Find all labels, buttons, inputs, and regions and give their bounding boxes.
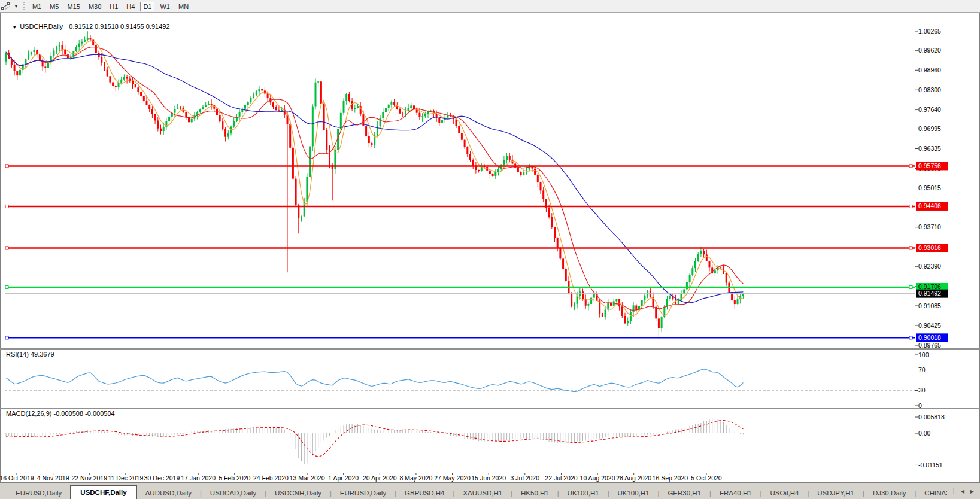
- chart-tab-usoil-h4[interactable]: USOil,H4: [761, 487, 807, 499]
- svg-text:0.95756: 0.95756: [918, 162, 941, 169]
- svg-text:3 Jul 2020: 3 Jul 2020: [511, 474, 540, 482]
- timeframe-button-h4[interactable]: H4: [123, 2, 138, 11]
- svg-text:0.99620: 0.99620: [918, 47, 941, 54]
- chart-tab-uk100-h1[interactable]: UK100,H1: [559, 487, 608, 499]
- timeframe-button-m1[interactable]: M1: [29, 2, 44, 11]
- chart-tab-xauusd-h1[interactable]: XAUUSD,H1: [454, 487, 511, 499]
- chart-canvas[interactable]: RSI(14) 49.3679MACD(12,26,9) -0.000508 -…: [0, 0, 980, 499]
- chart-tab-china300-h1[interactable]: CHINA300,H1: [916, 487, 946, 499]
- svg-text:70: 70: [918, 366, 926, 373]
- svg-text:27 May 2020: 27 May 2020: [434, 474, 471, 482]
- svg-text:0.96335: 0.96335: [918, 145, 941, 152]
- chart-tab-hk50-h1[interactable]: HK50,H1: [512, 487, 557, 499]
- svg-text:4 Nov 2019: 4 Nov 2019: [37, 474, 69, 482]
- toolbar-separator: [23, 2, 25, 10]
- svg-text:0.94406: 0.94406: [918, 202, 941, 209]
- timeframe-toolbar: ▼ M1M5M15M30H1H4D1W1MN: [0, 0, 980, 13]
- svg-text:20 Apr 2020: 20 Apr 2020: [363, 474, 397, 482]
- current-price-badge: 0.91492: [916, 290, 948, 298]
- svg-text:0.96995: 0.96995: [918, 125, 941, 132]
- timeframe-button-m5[interactable]: M5: [47, 2, 62, 11]
- svg-text:0.91085: 0.91085: [918, 302, 941, 309]
- svg-text:0.97640: 0.97640: [918, 106, 941, 113]
- svg-text:-0.01151: -0.01151: [918, 461, 943, 468]
- tab-separator: |: [953, 486, 955, 497]
- svg-text:0.91492: 0.91492: [918, 290, 941, 297]
- line-tool-icon[interactable]: [1, 1, 11, 11]
- timeframe-button-m30[interactable]: M30: [86, 2, 104, 11]
- tab-scroll-left-icon[interactable]: ◀: [961, 489, 964, 494]
- chart-ohlc-values: 0.91512 0.91518 0.91455 0.91492: [69, 23, 169, 30]
- svg-text:0.93016: 0.93016: [918, 244, 941, 251]
- chart-symbol-period: USDCHF,Daily: [20, 23, 63, 30]
- svg-text:10 Aug 2020: 10 Aug 2020: [580, 474, 615, 482]
- chart-tab-audusd-daily[interactable]: AUDUSD,Daily: [137, 487, 200, 499]
- timeframe-buttons: M1M5M15M30H1H4D1W1MN: [28, 1, 193, 11]
- chart-tab-usdjpy-h1[interactable]: USDJPY,H1: [809, 487, 863, 499]
- svg-text:5 Feb 2020: 5 Feb 2020: [219, 474, 250, 482]
- chart-tab-usdcad-daily[interactable]: USDCAD,Daily: [202, 487, 265, 499]
- svg-text:0.90425: 0.90425: [918, 322, 941, 329]
- chart-tab-eurusd-daily[interactable]: EURUSD,Daily: [332, 487, 395, 499]
- svg-text:16 Oct 2019: 16 Oct 2019: [0, 474, 34, 482]
- chart-tabs: EURUSD,DailyUSDCHF,DailyAUDUSD,Daily|USD…: [0, 483, 947, 499]
- line-tool-dropdown-icon[interactable]: ▼: [11, 4, 21, 9]
- chart-tab-usdchf-daily[interactable]: USDCHF,Daily: [70, 485, 136, 499]
- rsi-label: RSI(14) 49.3679: [6, 351, 54, 358]
- svg-text:0.90018: 0.90018: [918, 334, 941, 341]
- svg-text:0.92390: 0.92390: [918, 263, 941, 270]
- svg-text:28 Aug 2020: 28 Aug 2020: [616, 474, 651, 482]
- svg-text:0.93710: 0.93710: [918, 223, 941, 230]
- svg-text:22 Jul 2020: 22 Jul 2020: [545, 474, 577, 482]
- timeframe-button-h1[interactable]: H1: [107, 2, 121, 11]
- svg-text:11 Dec 2019: 11 Dec 2019: [108, 474, 144, 482]
- timeframe-button-w1[interactable]: W1: [157, 2, 173, 11]
- price-badge-0.94406: 0.94406: [916, 202, 948, 211]
- price-badge-0.95756: 0.95756: [916, 162, 948, 170]
- chart-tab-bar: EURUSD,DailyUSDCHF,DailyAUDUSD,Daily|USD…: [0, 483, 980, 499]
- svg-text:13 Mar 2020: 13 Mar 2020: [290, 474, 325, 482]
- svg-text:15 Jun 2020: 15 Jun 2020: [471, 474, 506, 482]
- svg-text:1.00265: 1.00265: [918, 28, 941, 35]
- price-badge-0.93016: 0.93016: [916, 244, 948, 252]
- timeframe-button-m15[interactable]: M15: [64, 2, 83, 11]
- price-badge-0.90018: 0.90018: [916, 333, 948, 342]
- svg-text:22 Nov 2019: 22 Nov 2019: [71, 474, 107, 482]
- macd-label: MACD(12,26,9) -0.000508 -0.000504: [6, 410, 115, 417]
- svg-text:0.89765: 0.89765: [918, 342, 941, 349]
- mt4-workspace: ▼ M1M5M15M30H1H4D1W1MN ▼USDCHF,Daily0.91…: [0, 0, 980, 499]
- chart-collapse-icon[interactable]: ▼: [12, 25, 17, 30]
- svg-text:24 Feb 2020: 24 Feb 2020: [253, 474, 289, 482]
- svg-text:0.00: 0.00: [918, 430, 931, 437]
- tab-scroll-right-icon[interactable]: ▶: [970, 489, 974, 494]
- svg-text:0: 0: [918, 402, 922, 409]
- svg-text:17 Jan 2020: 17 Jan 2020: [181, 474, 216, 482]
- svg-text:0.95015: 0.95015: [918, 184, 941, 191]
- chart-title: ▼USDCHF,Daily0.91512 0.91518 0.91455 0.9…: [5, 16, 170, 37]
- timeframe-button-d1[interactable]: D1: [140, 2, 154, 11]
- svg-text:100: 100: [918, 351, 929, 358]
- timeframe-button-mn[interactable]: MN: [175, 2, 192, 11]
- svg-text:16 Sep 2020: 16 Sep 2020: [653, 474, 688, 482]
- chart-tab-dj30-daily[interactable]: DJ30,Daily: [864, 487, 915, 499]
- chart-tab-fra40-h1[interactable]: FRA40,H1: [711, 487, 760, 499]
- svg-text:8 May 2020: 8 May 2020: [399, 474, 432, 482]
- tab-scroll-controls: | ◀ ▶: [947, 483, 980, 499]
- svg-text:30 Dec 2019: 30 Dec 2019: [144, 474, 180, 482]
- svg-text:1 Apr 2020: 1 Apr 2020: [328, 474, 359, 482]
- chart-tab-usdcnh-daily[interactable]: USDCNH,Daily: [266, 487, 330, 499]
- svg-text:0.98300: 0.98300: [918, 86, 941, 93]
- chart-tab-uk100-h1[interactable]: UK100,H1: [609, 487, 658, 499]
- svg-text:30: 30: [918, 387, 926, 394]
- chart-tab-gbpusd-h4[interactable]: GBPUSD,H4: [396, 487, 453, 499]
- svg-text:0.98960: 0.98960: [918, 66, 941, 74]
- chart-tab-eurusd-daily[interactable]: EURUSD,Daily: [7, 487, 70, 499]
- svg-text:5 Oct 2020: 5 Oct 2020: [691, 474, 722, 482]
- chart-tab-ger30-h1[interactable]: GER30,H1: [659, 487, 709, 499]
- svg-text:0.005818: 0.005818: [918, 413, 945, 421]
